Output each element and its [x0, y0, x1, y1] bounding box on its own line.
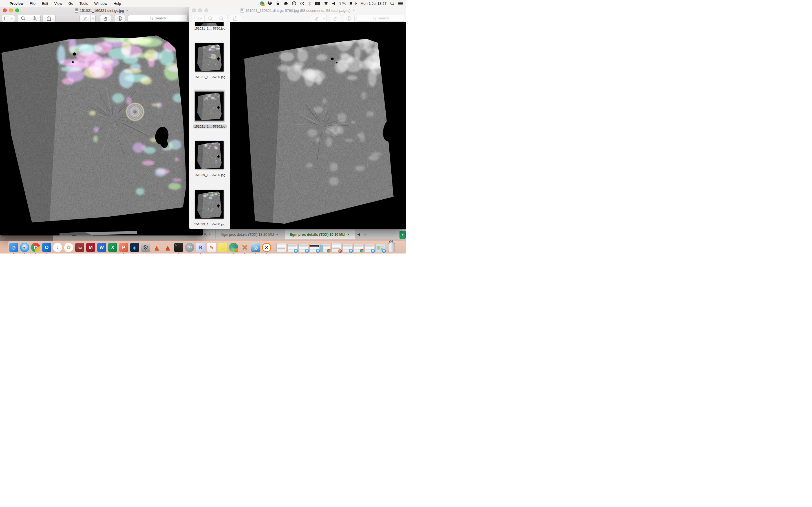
excel-dock-icon[interactable]: X — [108, 242, 117, 252]
menu-edit[interactable]: Edit — [42, 1, 48, 6]
minimize-button[interactable] — [9, 8, 13, 12]
menu-bar-clock[interactable]: Mon 1 Jul 13:27 — [360, 1, 387, 6]
safari-dock-icon[interactable]: ➤ — [20, 242, 30, 252]
wireless-lock-icon[interactable] — [276, 1, 280, 6]
matlab-1-dock-icon[interactable]: ▲ — [152, 242, 161, 252]
minimized-powerpoint-doc[interactable]: P — [331, 242, 341, 252]
minimized-safari-window[interactable] — [309, 242, 319, 252]
minimized-safari-window[interactable] — [364, 242, 374, 252]
terminal-dock-icon[interactable]: >_ — [174, 242, 184, 252]
tex-dock-icon[interactable]: TEX — [185, 242, 195, 252]
thumbnail-3-selected[interactable] — [195, 92, 223, 121]
word-dock-icon[interactable]: W — [97, 242, 107, 252]
left-window-titlebar[interactable]: 151021_160321.dint.gc.jpg — [0, 7, 203, 14]
thumbnail-5[interactable] — [195, 190, 223, 219]
close-button[interactable] — [192, 8, 196, 12]
share-button[interactable] — [42, 15, 56, 22]
sheet-tab-10-10-mli-active[interactable]: Ifgm proc details (TDX) 10 10 MLI▼ — [285, 230, 355, 239]
document-proxy-icon[interactable] — [75, 8, 79, 13]
app-menu-preview[interactable]: Preview — [10, 1, 23, 6]
xquartz-x-dock-icon[interactable]: ✕ — [240, 242, 250, 252]
itunes-dock-icon[interactable]: ♪ — [53, 242, 63, 252]
interferogram-image[interactable] — [0, 22, 203, 235]
sheet-tab-18-20-mli[interactable]: Ifgm proc details (TDX) 18 20 MLI▼ — [215, 230, 284, 239]
menu-view[interactable]: View — [54, 1, 62, 6]
notification-center-icon[interactable] — [398, 1, 403, 6]
matlab-2-dock-icon[interactable]: ▲ — [163, 242, 172, 252]
left-window-content[interactable] — [0, 22, 203, 235]
amplitude-image-pane[interactable] — [231, 22, 406, 229]
menu-window[interactable]: Window — [94, 1, 107, 6]
finder-dock-icon[interactable]: ☺ — [9, 242, 18, 252]
thumbnail-4-label[interactable]: 151029_1…-5760.jpg — [190, 173, 229, 177]
menu-go[interactable]: Go — [68, 1, 73, 6]
keyboard-indicator-icon[interactable] — [315, 1, 320, 6]
zoom-in-button[interactable] — [216, 16, 227, 21]
zoom-button[interactable] — [204, 8, 208, 12]
menu-tools[interactable]: Tools — [80, 1, 88, 6]
vpn-globe-lock-icon[interactable] — [260, 1, 264, 6]
thumbnail-2-label[interactable]: 151021_1…-5760.jpg — [190, 75, 229, 78]
minimized-map-window[interactable] — [375, 242, 385, 252]
dropbox-icon[interactable] — [267, 1, 272, 6]
markup-toolbar-toggle-button[interactable] — [343, 15, 355, 22]
dictionary-dock-icon[interactable]: Aa — [75, 242, 85, 252]
rotate-button[interactable] — [329, 15, 341, 22]
minimized-safari-window[interactable] — [287, 242, 297, 252]
right-search-field[interactable]: Search — [357, 15, 405, 22]
minimized-chrome-window[interactable] — [320, 242, 330, 252]
outlook-dock-icon[interactable]: O — [42, 242, 52, 252]
thumbnail-3-label[interactable]: 151021_1…-5760.jpg — [190, 125, 229, 128]
minimize-button[interactable] — [198, 8, 202, 12]
aperture-utility-dock-icon[interactable]: ◈ — [130, 242, 140, 252]
thumbnail-1-label[interactable]: 151021_1…-5760.jpg — [190, 27, 229, 30]
office-x-dock-icon[interactable]: ✕ — [262, 242, 271, 252]
settings-gear-dock-icon[interactable]: ⚙ — [141, 242, 151, 252]
minimized-image-window[interactable] — [342, 242, 352, 252]
minimized-document[interactable] — [276, 242, 286, 252]
battery-icon[interactable] — [350, 1, 357, 6]
markup-pen-button[interactable] — [311, 16, 322, 20]
right-window-titlebar[interactable]: 151021_160321.dint.gc-5760.jpg (58 docum… — [189, 7, 406, 14]
stickies-dock-icon[interactable]: ≈ — [218, 242, 227, 252]
left-search-field[interactable]: Search — [128, 15, 188, 22]
sheets-explore-button[interactable]: ✦ — [400, 231, 406, 239]
mendeley-dock-icon[interactable]: M — [86, 242, 96, 252]
vpn-globe-lock-dock-icon[interactable] — [229, 242, 239, 252]
zoom-button[interactable] — [15, 8, 19, 12]
preview-dock-icon[interactable]: ◎ — [251, 242, 260, 252]
thumbnail-1-cut[interactable] — [195, 22, 223, 25]
amplitude-image[interactable] — [231, 22, 406, 229]
thumbnail-sidebar[interactable]: 151021_1…-5760.jpg 151021_1…-5760.jpg 15… — [189, 22, 231, 229]
avast-icon[interactable] — [284, 1, 288, 6]
zoom-in-button[interactable] — [29, 16, 40, 21]
share-button[interactable] — [229, 15, 241, 22]
minimized-chrome-window[interactable] — [353, 242, 363, 252]
markup-pen-chevron-icon[interactable] — [91, 18, 95, 19]
rotate-button[interactable] — [100, 15, 111, 22]
gauge-icon[interactable] — [292, 1, 296, 6]
sheet-tab-hidden-fragment[interactable]: X)▼ — [204, 232, 211, 236]
document-proxy-icon[interactable] — [240, 8, 244, 13]
markup-toolbar-toggle-button[interactable] — [114, 15, 125, 22]
wifi-icon[interactable] — [324, 1, 328, 6]
time-machine-icon[interactable] — [300, 1, 305, 6]
markup-pen-chevron-icon[interactable] — [322, 18, 326, 19]
spotlight-search-icon[interactable] — [390, 1, 395, 6]
close-button[interactable] — [3, 8, 7, 12]
menu-file[interactable]: File — [30, 1, 36, 6]
bibdesk-dock-icon[interactable]: B — [196, 242, 206, 252]
photos-dock-icon[interactable]: ✿ — [64, 242, 73, 252]
sidebar-view-button[interactable] — [2, 15, 15, 22]
thumbnail-2[interactable] — [195, 43, 223, 71]
thumbnail-5-label[interactable]: 151029_1…-5760.jpg — [190, 223, 229, 226]
minimized-safari-window[interactable] — [298, 242, 308, 252]
sheet-tab-scroll-arrows[interactable]: ◀ ▶ — [357, 232, 367, 236]
thumbnail-4[interactable] — [195, 141, 223, 169]
texshop-writer-dock-icon[interactable]: ✎ — [207, 242, 216, 252]
title-chevron-down-icon[interactable] — [352, 10, 355, 11]
chrome-dock-icon[interactable] — [31, 242, 41, 252]
markup-pen-button[interactable] — [80, 16, 91, 20]
powerpoint-dock-icon[interactable]: P — [119, 242, 129, 252]
sidebar-view-button[interactable] — [191, 15, 205, 22]
